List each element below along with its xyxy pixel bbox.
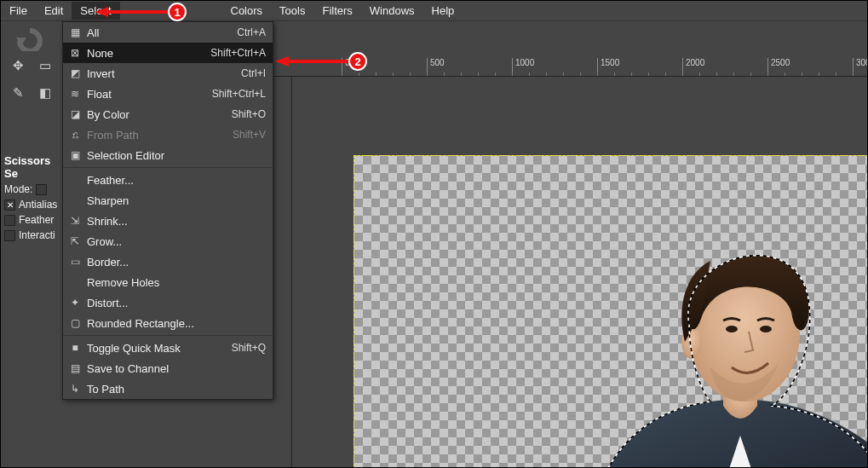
menu-tools[interactable]: Tools	[271, 2, 313, 20]
feather-checkbox[interactable]	[4, 215, 15, 226]
menu-file[interactable]: File	[1, 2, 36, 20]
menuitem-shortcut: Shift+O	[232, 108, 266, 120]
menuitem-toggle-quick-mask[interactable]: ■Toggle Quick MaskShift+Q	[63, 338, 273, 358]
shrink-icon: ⇲	[66, 214, 83, 228]
menuitem-from-path: ⎌From PathShift+V	[63, 124, 273, 145]
menuitem-sharpen[interactable]: Sharpen	[63, 190, 273, 211]
callout-1: 1	[168, 3, 187, 21]
callout-2-arrow	[275, 54, 350, 69]
menuitem-all[interactable]: ▦AllCtrl+A	[63, 22, 273, 43]
subject-image	[574, 231, 867, 467]
rounded-rect-icon: ▢	[66, 316, 83, 330]
menuitem-selection-editor[interactable]: ▣Selection Editor	[63, 145, 273, 165]
grow-icon: ⇱	[66, 234, 83, 248]
menu-help[interactable]: Help	[423, 2, 463, 20]
quick-mask-icon: ■	[66, 341, 83, 355]
antialias-label: Antialias	[19, 199, 57, 211]
mode-replace-icon[interactable]	[36, 184, 47, 195]
interactive-row[interactable]: Interacti	[4, 228, 62, 243]
from-path-icon: ⎌	[66, 128, 83, 142]
ruler-tick: 1000	[512, 58, 534, 77]
menuitem-label: All	[87, 26, 237, 39]
ruler-tick: 2500	[767, 58, 790, 77]
select-all-icon: ▦	[66, 26, 83, 39]
svg-point-4	[760, 326, 772, 332]
save-channel-icon: ▤	[66, 361, 83, 375]
menuitem-label: Rounded Rectangle...	[87, 317, 266, 330]
selection-editor-icon: ▣	[66, 148, 83, 162]
callout-1-arrow	[95, 4, 170, 20]
menuitem-remove-holes[interactable]: Remove Holes	[63, 272, 273, 292]
eraser-tool[interactable]: ◧	[33, 81, 57, 105]
menu-windows[interactable]: Windows	[361, 2, 423, 20]
image-canvas[interactable]	[354, 155, 867, 467]
blank-icon	[66, 275, 83, 289]
menuitem-save-to-channel[interactable]: ▤Save to Channel	[63, 358, 273, 378]
tool-options-title: Scissors Se	[4, 153, 62, 182]
menuitem-by-color[interactable]: ◪By ColorShift+O	[63, 104, 273, 124]
menuitem-label: Selection Editor	[87, 149, 266, 162]
menuitem-label: By Color	[87, 108, 232, 121]
mode-label: Mode:	[4, 183, 32, 195]
undo-icon	[13, 26, 47, 51]
menuitem-grow[interactable]: ⇱Grow...	[63, 231, 273, 251]
antialias-row[interactable]: Antialias	[4, 197, 62, 212]
menuitem-rounded-rectangle[interactable]: ▢Rounded Rectangle...	[63, 313, 273, 333]
border-icon: ▭	[66, 255, 83, 269]
menuitem-label: To Path	[87, 383, 266, 396]
menuitem-label: Remove Holes	[87, 276, 266, 289]
menuitem-label: Shrink...	[87, 215, 266, 228]
svg-marker-8	[275, 56, 289, 66]
menuitem-label: Feather...	[87, 174, 266, 187]
menuitem-shortcut: Shift+Q	[232, 342, 266, 354]
move-tool[interactable]: ✥	[6, 54, 30, 78]
menuitem-invert[interactable]: ◩InvertCtrl+I	[63, 63, 273, 84]
brush-tool[interactable]: ✎	[6, 81, 30, 105]
ruler-tick: 1500	[597, 58, 619, 77]
antialias-checkbox[interactable]	[4, 199, 15, 211]
rect-select-tool[interactable]: ▭	[33, 54, 57, 78]
menuitem-shortcut: Shift+V	[233, 129, 266, 141]
history-bar	[1, 21, 62, 55]
menuitem-distort[interactable]: ✦Distort...	[63, 292, 273, 313]
menuitem-shortcut: Shift+Ctrl+L	[212, 88, 266, 100]
toolbox: ✥ ▭ ✎ ◧	[4, 52, 62, 107]
menuitem-shortcut: Ctrl+I	[241, 67, 266, 79]
menuitem-label: Sharpen	[87, 194, 266, 207]
menu-filters[interactable]: Filters	[313, 2, 360, 20]
menuitem-feather[interactable]: Feather...	[63, 170, 273, 190]
menuitem-label: Distort...	[87, 297, 266, 309]
callout-2: 2	[348, 52, 367, 71]
menuitem-label: Float	[87, 88, 212, 101]
float-icon: ≋	[66, 87, 83, 101]
menuitem-label: Invert	[87, 67, 241, 80]
distort-icon: ✦	[66, 296, 83, 309]
canvas-viewport[interactable]	[292, 77, 867, 467]
select-invert-icon: ◩	[66, 66, 83, 80]
menuitem-label: Grow...	[87, 235, 266, 248]
tool-options: Scissors Se Mode: Antialias Feather Inte…	[4, 153, 62, 243]
menuitem-label: Toggle Quick Mask	[87, 342, 232, 355]
menuitem-shortcut: Shift+Ctrl+A	[210, 47, 266, 59]
menuitem-to-path[interactable]: ↳To Path	[63, 378, 273, 399]
svg-marker-6	[95, 7, 108, 17]
interactive-label: Interacti	[19, 229, 55, 241]
ruler-tick: 2000	[682, 58, 704, 77]
select-menu-dropdown: ▦AllCtrl+A⊠NoneShift+Ctrl+A◩InvertCtrl+I…	[62, 21, 273, 400]
select-none-icon: ⊠	[66, 46, 83, 60]
feather-row[interactable]: Feather	[4, 212, 62, 228]
menuitem-float[interactable]: ≋FloatShift+Ctrl+L	[63, 84, 273, 104]
ruler-tick: 500	[427, 58, 445, 77]
menuitem-border[interactable]: ▭Border...	[63, 251, 273, 272]
feather-label: Feather	[19, 214, 54, 226]
by-color-icon: ◪	[66, 107, 83, 121]
menuitem-shrink[interactable]: ⇲Shrink...	[63, 211, 273, 231]
ruler-tick: 3000	[853, 58, 867, 77]
interactive-checkbox[interactable]	[4, 230, 15, 241]
menuitem-label: Border...	[87, 256, 266, 269]
menu-edit[interactable]: Edit	[36, 2, 72, 20]
blank-icon	[66, 173, 83, 187]
menu-colors[interactable]: Colors	[222, 2, 272, 20]
mode-row: Mode:	[4, 182, 62, 197]
menuitem-none[interactable]: ⊠NoneShift+Ctrl+A	[63, 43, 273, 63]
